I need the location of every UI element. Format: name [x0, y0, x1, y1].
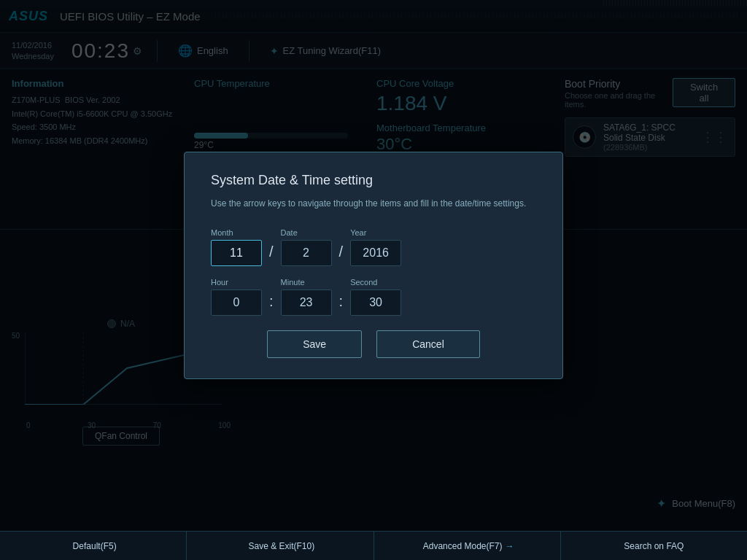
time-sep-1: : [268, 293, 275, 310]
search-faq-label: Search on FAQ [624, 541, 684, 551]
date-sep-2: / [338, 244, 345, 260]
default-label: Default(F5) [73, 541, 117, 551]
minute-group: Minute [281, 278, 332, 316]
footer: Default(F5) Save & Exit(F10) Advanced Mo… [0, 531, 747, 560]
month-group: Month [211, 228, 262, 266]
hour-group: Hour [211, 278, 262, 316]
hour-input[interactable] [211, 289, 262, 316]
search-faq-button[interactable]: Search on FAQ [561, 532, 747, 560]
year-input[interactable] [350, 240, 401, 266]
advanced-arrow-icon: → [505, 541, 514, 551]
month-label: Month [211, 228, 262, 237]
modal-buttons: Save Cancel [211, 330, 536, 358]
advanced-label: Advanced Mode(F7) [423, 541, 503, 551]
date-label: Date [281, 228, 332, 237]
modal-overlay: System Date & Time setting Use the arrow… [0, 0, 747, 531]
date-row: Month / Date / Year [211, 228, 536, 266]
minute-input[interactable] [281, 289, 332, 316]
date-fields: Month / Date / Year Hour [211, 228, 536, 316]
date-group: Date [281, 228, 332, 266]
time-sep-2: : [338, 293, 345, 310]
date-sep-1: / [268, 244, 275, 260]
second-input[interactable] [350, 289, 401, 316]
hour-label: Hour [211, 278, 262, 287]
year-group: Year [350, 228, 401, 266]
date-input[interactable] [281, 240, 332, 266]
save-exit-label: Save & Exit(F10) [249, 541, 315, 551]
cancel-button[interactable]: Cancel [376, 330, 480, 358]
modal-title: System Date & Time setting [211, 173, 536, 188]
default-button[interactable]: Default(F5) [0, 532, 187, 560]
second-group: Second [350, 278, 401, 316]
minute-label: Minute [281, 278, 332, 287]
save-button[interactable]: Save [267, 330, 362, 358]
modal-description: Use the arrow keys to navigate through t… [211, 197, 536, 211]
save-exit-button[interactable]: Save & Exit(F10) [187, 532, 374, 560]
time-row: Hour : Minute : Second [211, 278, 536, 316]
second-label: Second [350, 278, 401, 287]
month-input[interactable] [211, 240, 262, 266]
datetime-modal: System Date & Time setting Use the arrow… [184, 152, 563, 379]
year-label: Year [350, 228, 401, 237]
advanced-mode-button[interactable]: Advanced Mode(F7) → [374, 532, 561, 560]
